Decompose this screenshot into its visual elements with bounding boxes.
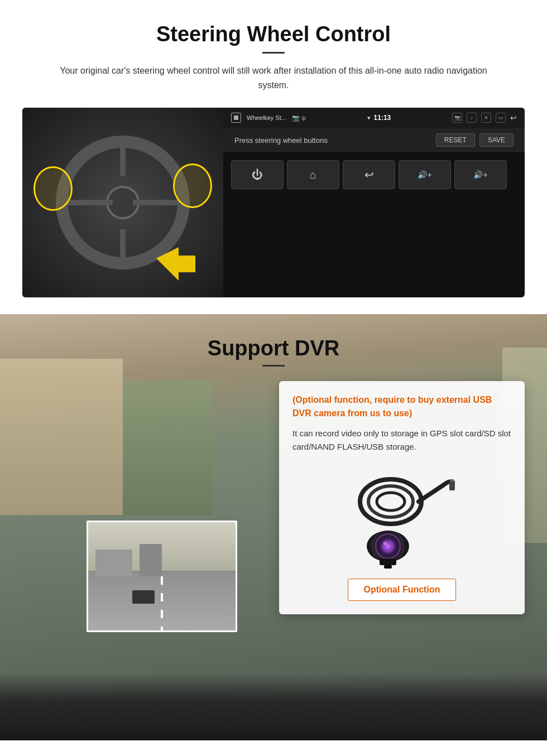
dvr-title-area: Support DVR [0, 314, 547, 378]
svg-rect-16 [384, 565, 392, 569]
arrow-overlay [151, 247, 195, 281]
wheel-spoke-right [133, 200, 183, 205]
topbar-status-icons: 📷 ψ [292, 114, 306, 122]
home-inner-icon [234, 115, 238, 120]
thumb-building-2 [140, 544, 162, 576]
back-icon: ↩ [510, 113, 517, 122]
building-left [0, 359, 123, 515]
android-screen: Wheelkey St... 📷 ψ ▾ 11:13 📷 ♪ ✕ ▭ ↩ [223, 108, 525, 297]
time-display: 11:13 [374, 114, 391, 122]
home-key-button[interactable]: ⌂ [287, 160, 339, 189]
svg-rect-4 [449, 480, 455, 490]
vol-down-key-button[interactable]: 🔊+ [454, 160, 507, 189]
key-buttons-grid: ⏻ ⌂ ↩ 🔊+ 🔊+ [223, 152, 525, 189]
highlight-circle-right [173, 163, 212, 208]
window-icon: ▭ [496, 113, 506, 123]
topbar-left: Wheelkey St... 📷 ψ [231, 113, 306, 123]
svg-rect-15 [380, 558, 396, 565]
highlight-circle-left [33, 166, 73, 211]
wheelkey-instruction: Press steering wheel buttons [234, 136, 328, 145]
topbar-right: 📷 ♪ ✕ ▭ ↩ [452, 113, 517, 123]
dvr-description: It can record video only to storage in G… [292, 427, 511, 454]
vol-up-key-button[interactable]: 🔊+ [399, 160, 451, 189]
svg-point-2 [368, 486, 413, 517]
svg-point-17 [383, 542, 387, 545]
wheel-spoke-bottom [120, 229, 126, 263]
steering-description: Your original car's steering wheel contr… [56, 64, 491, 92]
thumb-road-line [161, 576, 163, 630]
wheel-background [22, 108, 223, 297]
reset-button[interactable]: RESET [436, 133, 475, 147]
android-topbar: Wheelkey St... 📷 ψ ▾ 11:13 📷 ♪ ✕ ▭ ↩ [223, 108, 525, 128]
topbar-center: ▾ 11:13 [367, 114, 391, 122]
wheel-spoke-top [120, 142, 126, 176]
dvr-camera-illustration [346, 468, 458, 569]
dvr-thumb-inner [88, 522, 236, 630]
steering-title: Steering Wheel Control [22, 22, 525, 46]
dvr-thumbnail [87, 521, 237, 632]
steering-wheel-photo [22, 108, 223, 297]
home-icon [231, 113, 241, 123]
optional-function-button[interactable]: Optional Function [348, 579, 457, 601]
steering-section: Steering Wheel Control Your original car… [0, 0, 547, 314]
dvr-optional-text: (Optional function, require to buy exter… [292, 393, 511, 420]
svg-marker-0 [156, 247, 195, 281]
dvr-camera-area [292, 463, 511, 574]
car-dashboard-bottom [0, 673, 547, 740]
dvr-info-card: (Optional function, require to buy exter… [279, 381, 525, 614]
svg-point-3 [377, 493, 405, 511]
power-key-button[interactable]: ⏻ [231, 160, 284, 189]
save-button[interactable]: SAVE [479, 133, 514, 147]
svg-rect-5 [450, 479, 454, 481]
app-title: Wheelkey St... [247, 114, 286, 121]
wifi-icon: ▾ [367, 114, 371, 122]
sound-icon: ♪ [467, 113, 477, 123]
thumb-car [132, 590, 155, 603]
thumb-building-1 [95, 550, 132, 577]
dvr-section: Support DVR (Optional function, require … [0, 314, 547, 740]
svg-point-12 [386, 544, 390, 548]
close-icon: ✕ [481, 113, 491, 123]
screenshot-icon: 📷 [452, 113, 462, 123]
back-key-button[interactable]: ↩ [343, 160, 395, 189]
title-divider [262, 52, 285, 54]
arrow-icon [151, 247, 195, 281]
wheel-spoke-left [63, 200, 113, 205]
dvr-title: Support DVR [0, 336, 547, 360]
wheelkey-actions: RESET SAVE [436, 133, 514, 147]
trees-left [123, 381, 212, 515]
steering-composite-image: Wheelkey St... 📷 ψ ▾ 11:13 📷 ♪ ✕ ▭ ↩ [22, 108, 525, 297]
wheelkey-header: Press steering wheel buttons RESET SAVE [223, 128, 525, 152]
dvr-divider [262, 365, 285, 367]
